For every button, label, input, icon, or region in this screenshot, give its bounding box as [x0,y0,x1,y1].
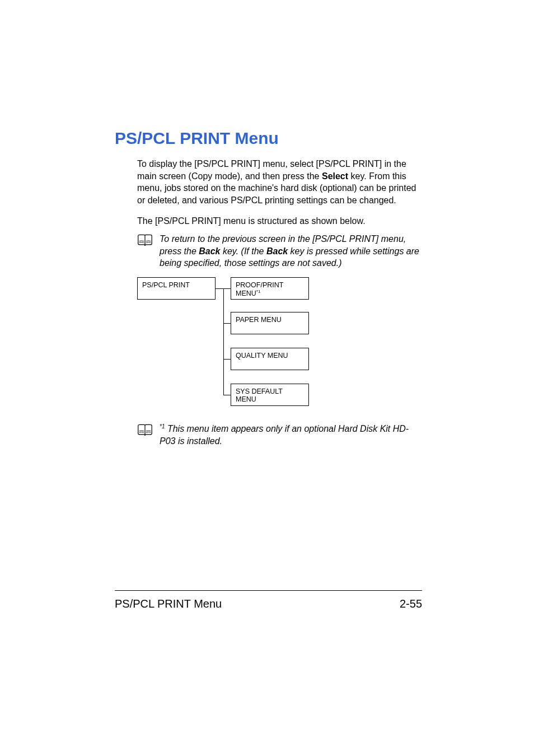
book-icon [137,234,153,246]
diagram-child-label-2: PAPER MENU [236,316,282,324]
diagram-root-label: PS/PCL PRINT [142,281,190,289]
footer-right: 2-55 [400,598,422,610]
page-title: PS/PCL PRINT Menu [115,129,422,148]
note-text-1: To return to the previous screen in the … [160,233,422,269]
diagram-connector [223,359,231,360]
footer-rule [115,590,422,591]
note-block-1: To return to the previous screen in the … [137,233,422,269]
diagram-child-box-1: PROOF/PRINT MENU*1 [231,277,309,300]
back-key-label-2: Back [266,246,288,256]
note-block-2: *1 This menu item appears only if an opt… [137,423,422,447]
diagram-child-box-3: QUALITY MENU [231,348,309,370]
note-text-2: *1 This menu item appears only if an opt… [160,423,422,447]
diagram-child-label-4: SYS DEFAULT MENU [236,388,283,403]
note2-text: This menu item appears only if an option… [160,424,409,446]
diagram-root-box: PS/PCL PRINT [137,277,216,300]
select-key-label: Select [322,171,348,181]
diagram-connector [223,395,231,395]
diagram-connector [216,288,223,289]
book-icon [137,424,153,436]
diagram-connector [223,288,224,395]
back-key-label-1: Back [199,246,220,256]
structure-paragraph: The [PS/PCL PRINT] menu is structured as… [137,215,422,227]
intro-paragraph: To display the [PS/PCL PRINT] menu, sele… [137,158,422,206]
diagram-child-sup-1: *1 [256,289,261,294]
diagram-connector [223,323,231,324]
note1-b: key. (If the [221,246,266,256]
diagram-child-label-3: QUALITY MENU [236,352,288,360]
footer-left: PS/PCL PRINT Menu [115,598,222,610]
document-page: PS/PCL PRINT Menu To display the [PS/PCL… [0,0,534,756]
footer-row: PS/PCL PRINT Menu 2-55 [115,598,422,610]
diagram-connector [223,288,231,289]
diagram-child-box-4: SYS DEFAULT MENU [231,384,309,406]
menu-diagram: PS/PCL PRINT PROOF/PRINT MENU*1 PAPER ME… [137,277,422,406]
page-footer: PS/PCL PRINT Menu 2-55 [115,590,422,610]
diagram-child-box-2: PAPER MENU [231,312,309,334]
